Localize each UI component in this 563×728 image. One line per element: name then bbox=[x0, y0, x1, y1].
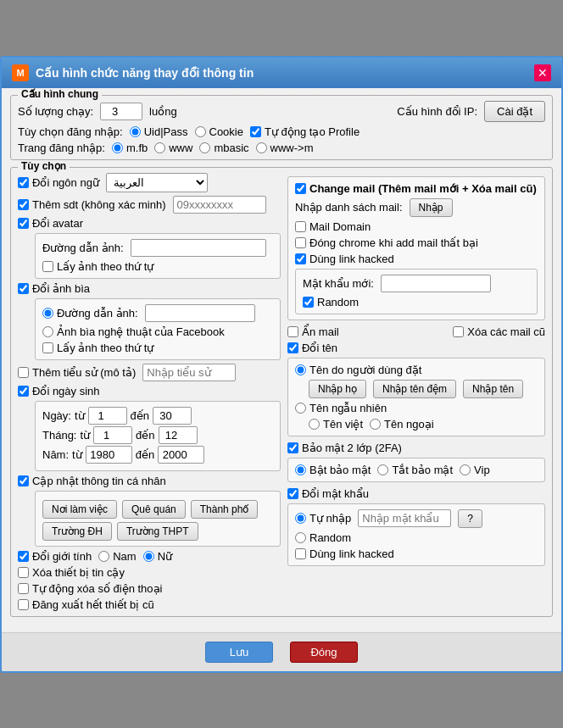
tuy-chon-section: Tùy chọn Đổi ngôn ngữ العربية bbox=[10, 167, 553, 617]
random2-radio[interactable]: Random bbox=[295, 531, 351, 544]
ten-viet-radio[interactable]: Tên việt bbox=[309, 418, 363, 431]
tuy-chon-title: Tùy chọn bbox=[18, 160, 70, 172]
close-button[interactable]: ✕ bbox=[534, 64, 551, 81]
ngay-tu-input[interactable] bbox=[88, 407, 127, 425]
tt-buttons2: Trường ĐH Trường THPT bbox=[42, 522, 273, 541]
duong-dan-anh-input[interactable] bbox=[131, 239, 266, 257]
doi-mat-khau-label: Đổi mật khẩu bbox=[302, 487, 369, 500]
nu-label: Nữ bbox=[158, 550, 172, 563]
ten-do-nguoi-dung-radio[interactable]: Tên do người dùng đặt bbox=[295, 364, 421, 376]
doi-ten-checkbox[interactable]: Đổi tên bbox=[287, 342, 337, 354]
noi-lam-viec-button[interactable]: Nơi làm việc bbox=[42, 500, 117, 519]
nam-tu-input[interactable] bbox=[86, 446, 132, 464]
mbasic-option[interactable]: mbasic bbox=[199, 142, 248, 154]
anh-bia-nghe-thuat-radio[interactable]: Ảnh bìa nghệ thuật của Facebook bbox=[42, 325, 225, 338]
random-checkbox[interactable]: Random bbox=[303, 296, 359, 308]
tt-buttons: Nơi làm việc Quê quán Thành phố bbox=[42, 500, 273, 519]
change-mail-section: Change mail (Thêm mail mới + Xóa mail cũ… bbox=[287, 176, 545, 320]
ten-ngau-nhien-radio[interactable]: Tên ngẫu nhiên bbox=[295, 402, 387, 414]
thang-tu-input[interactable] bbox=[93, 426, 132, 444]
cap-nhat-tt-checkbox[interactable]: Cập nhật thông tin cá nhân bbox=[18, 475, 166, 487]
ten-ngoai-label: Tên ngoại bbox=[384, 418, 434, 431]
vip-radio[interactable]: Vip bbox=[460, 464, 490, 476]
cookie-option[interactable]: Cookie bbox=[195, 125, 243, 138]
nam-den-input[interactable] bbox=[158, 446, 204, 464]
luu-button[interactable]: Lưu bbox=[205, 642, 273, 663]
doi-avatar-row: Đổi avatar bbox=[18, 217, 281, 230]
doi-anh-bia-row: Đổi ảnh bìa bbox=[18, 282, 281, 295]
tat-bao-mat-radio[interactable]: Tắt bảo mật bbox=[377, 464, 453, 476]
doi-ten-row: Đổi tên bbox=[287, 342, 545, 354]
uid-pass-option[interactable]: Uid|Pass bbox=[130, 125, 188, 138]
wwwm-option[interactable]: www->m bbox=[256, 142, 314, 154]
cap-nhat-tt-row: Cập nhật thông tin cá nhân bbox=[18, 475, 281, 487]
ngon-ngu-select[interactable]: العربية bbox=[106, 173, 208, 192]
change-mail-checkbox[interactable]: Change mail (Thêm mail mới + Xóa mail cũ… bbox=[295, 182, 537, 195]
nam-range: Năm: từ đến bbox=[42, 446, 273, 464]
mail-domain-checkbox[interactable]: Mail Domain bbox=[295, 220, 371, 233]
cai-dat-button[interactable]: Cài đặt bbox=[484, 101, 545, 122]
bao-mat-checkbox[interactable]: Bảo mật 2 lớp (2FA) bbox=[287, 442, 402, 454]
sdt-input[interactable] bbox=[173, 196, 266, 214]
ngay-den-input[interactable] bbox=[153, 407, 192, 425]
doi-mat-khau-checkbox[interactable]: Đổi mật khẩu bbox=[287, 487, 369, 500]
an-mail-checkbox[interactable]: Ẩn mail bbox=[287, 325, 339, 338]
mat-khau-moi-row: Mật khẩu mới: bbox=[303, 275, 530, 292]
dung-link-hacked-label: Dùng link hacked bbox=[309, 253, 394, 265]
doi-avatar-checkbox[interactable]: Đổi avatar bbox=[18, 217, 83, 230]
duong-dan-anh2-radio[interactable]: Đường dẫn ảnh: bbox=[42, 307, 138, 320]
right-column: Change mail (Thêm mail mới + Xóa mail cũ… bbox=[287, 173, 545, 611]
thanh-pho-button[interactable]: Thành phố bbox=[191, 500, 259, 519]
truong-thpt-button[interactable]: Trường THPT bbox=[117, 522, 198, 541]
doi-ngay-sinh-checkbox[interactable]: Đổi ngày sinh bbox=[18, 385, 100, 397]
ten-ngoai-radio[interactable]: Tên ngoại bbox=[370, 418, 434, 431]
nam-radio[interactable]: Nam bbox=[98, 550, 136, 563]
truong-dh-button[interactable]: Trường ĐH bbox=[42, 522, 112, 541]
dung-link-hacked-checkbox[interactable]: Dùng link hacked bbox=[295, 253, 394, 265]
que-quan-button[interactable]: Quê quán bbox=[122, 500, 186, 519]
bao-mat-row: Bảo mật 2 lớp (2FA) bbox=[287, 442, 545, 454]
lay-anh-checkbox[interactable]: Lấy ảnh theo thứ tự bbox=[42, 260, 153, 273]
dung-link-hacked2-row: Dùng link hacked bbox=[295, 547, 538, 560]
mat-khau-input[interactable] bbox=[358, 509, 451, 527]
nhap-ho-button[interactable]: Nhập họ bbox=[309, 380, 366, 398]
doi-ngon-ngu-row: Đổi ngôn ngữ العربية bbox=[18, 173, 281, 192]
mat-khau-moi-input[interactable] bbox=[381, 275, 491, 292]
tieu-su-input[interactable] bbox=[142, 364, 236, 381]
tu-dong-tao-profile-option[interactable]: Tự động tạo Profile bbox=[250, 125, 360, 138]
dung-link-hacked2-checkbox[interactable]: Dùng link hacked bbox=[295, 547, 394, 560]
question-button[interactable]: ? bbox=[458, 509, 482, 528]
trang-dang-nhap-label: Trang đăng nhập: bbox=[18, 142, 105, 154]
them-tieu-su-checkbox[interactable]: Thêm tiểu sử (mô tả) bbox=[18, 366, 136, 379]
xoa-thiet-bi-checkbox[interactable]: Xóa thiết bị tin cậy bbox=[18, 566, 125, 579]
nam-label2: Nam bbox=[113, 550, 136, 563]
tu-dong-xoa-sdt-checkbox[interactable]: Tự động xóa số điện thoại bbox=[18, 582, 162, 595]
vip-label: Vip bbox=[474, 464, 490, 476]
xoa-mail-cu-checkbox[interactable]: Xóa các mail cũ bbox=[453, 325, 545, 338]
doi-anh-bia-checkbox[interactable]: Đổi ảnh bìa bbox=[18, 282, 90, 295]
tu-nhap-radio[interactable]: Tự nhập bbox=[295, 512, 351, 525]
lay-anh2-checkbox[interactable]: Lấy ảnh theo thứ tự bbox=[42, 342, 153, 354]
bao-mat-label: Bảo mật 2 lớp (2FA) bbox=[302, 442, 402, 454]
www-option[interactable]: www bbox=[154, 142, 192, 154]
dong-button[interactable]: Đóng bbox=[290, 642, 358, 663]
dialog-title: Cấu hình chức năng thay đổi thông tin bbox=[36, 66, 254, 80]
so-luong-input[interactable] bbox=[100, 103, 142, 120]
doi-gioi-tinh-checkbox[interactable]: Đổi giới tính bbox=[18, 550, 92, 563]
nhap-mail-button[interactable]: Nhập bbox=[410, 198, 453, 217]
nu-radio[interactable]: Nữ bbox=[143, 550, 172, 563]
mfb-option[interactable]: m.fb bbox=[112, 142, 148, 154]
nhap-ten-buttons-row: Nhập họ Nhập tên đệm Nhập tên bbox=[309, 380, 538, 398]
duong-dan-anh2-input[interactable] bbox=[145, 304, 255, 322]
thang-den-input[interactable] bbox=[159, 426, 198, 444]
nhap-ten-dem-button[interactable]: Nhập tên đệm bbox=[373, 380, 456, 398]
them-sdt-checkbox[interactable]: Thêm sdt (không xác minh) bbox=[18, 198, 166, 211]
bat-bao-mat-radio[interactable]: Bật bảo mật bbox=[295, 464, 371, 476]
cap-nhat-tt-label: Cập nhật thông tin cá nhân bbox=[32, 475, 166, 487]
dang-xuat-row: Đăng xuất hết thiết bị cũ bbox=[18, 598, 281, 611]
dong-chrome-checkbox[interactable]: Đóng chrome khi add mail thất bại bbox=[295, 236, 478, 249]
dang-xuat-checkbox[interactable]: Đăng xuất hết thiết bị cũ bbox=[18, 598, 154, 611]
them-tieu-su-label: Thêm tiểu sử (mô tả) bbox=[32, 366, 136, 379]
doi-ngon-ngu-checkbox[interactable]: Đổi ngôn ngữ bbox=[18, 176, 99, 189]
nhap-ten-button[interactable]: Nhập tên bbox=[463, 380, 523, 398]
